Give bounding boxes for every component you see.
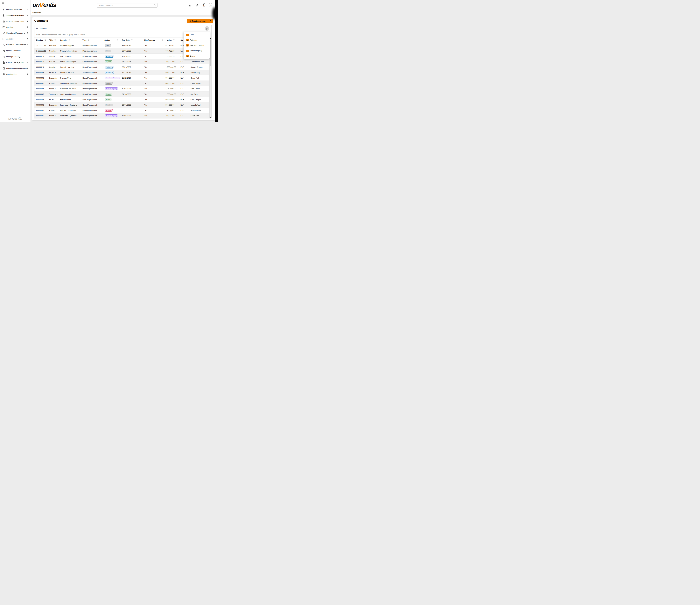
sidebar-item-master-data-management[interactable]: Master data management: [0, 66, 30, 71]
column-header-type[interactable]: Type: [82, 38, 104, 43]
filter-icon[interactable]: [88, 39, 90, 41]
search-icon[interactable]: [154, 4, 156, 6]
cell-manager: Isabella Teal: [191, 102, 210, 108]
cell-number: X-00000011: [34, 48, 49, 54]
breadcrumb[interactable]: Contracts: [32, 11, 41, 14]
table-row[interactable]: 00000001 Lease A… Elemental Dynamics Ren…: [34, 113, 211, 119]
table-row[interactable]: 00000011 Service… Vertex Technologies St…: [34, 59, 211, 65]
checkbox-checked-icon[interactable]: [186, 55, 189, 57]
cell-has-renewal: Yes: [144, 86, 165, 92]
filter-menu-item[interactable]: Signed: [183, 53, 209, 59]
filter-icon[interactable]: [117, 39, 118, 41]
cell-has-renewal: Yes: [144, 75, 165, 81]
cell-title: Supply…: [49, 65, 60, 70]
checkbox-checked-icon[interactable]: [186, 33, 189, 36]
sidebar-item-label: Customer Administration: [6, 44, 26, 46]
checkbox-checked-icon[interactable]: [186, 44, 189, 47]
bell-icon[interactable]: [195, 3, 199, 7]
table-row[interactable]: 00000002 Rental C… Horizon Enterprises R…: [34, 108, 211, 113]
sidebar-item-customer-administration[interactable]: Customer Administration: [0, 42, 30, 48]
sidebar-item-operational-purchasing[interactable]: Operational Purchasing: [0, 30, 30, 36]
cell-end-date: 20/07/2026: [122, 102, 144, 108]
bee-icon: [2, 8, 5, 11]
column-settings-button[interactable]: [205, 26, 209, 31]
scroll-down-button[interactable]: [209, 116, 211, 118]
sidebar-item-strategic-procurement[interactable]: Strategic procurement: [0, 18, 30, 24]
cell-number: 00000001: [34, 113, 49, 119]
cell-title: Shippin…: [49, 54, 60, 59]
sidebar-item-contract-management[interactable]: § Contract Management: [0, 59, 30, 66]
cell-number: 00000010: [34, 65, 49, 70]
create-contract-label: Create contract: [192, 20, 205, 22]
cell-manager: Samantha Green: [191, 59, 210, 65]
column-header-value[interactable]: Value: [165, 38, 180, 43]
cell-value: 999,999.99: [165, 97, 180, 102]
checkbox-checked-icon[interactable]: [186, 39, 189, 41]
filter-menu-item[interactable]: Authoring: [183, 38, 209, 43]
chevron-right-icon: [27, 73, 28, 75]
table-row[interactable]: 00000005 Tenancy… Apex Manufacturing Ren…: [34, 92, 211, 97]
table-row[interactable]: 00000009 Lease A… Pinnacle Systems State…: [34, 70, 211, 75]
cell-supplier: NexGen Supplies: [60, 43, 82, 48]
status-badge: Authoring: [105, 55, 114, 57]
cell-title: Lease A…: [49, 70, 60, 75]
create-contract-button[interactable]: Create contract: [187, 19, 213, 23]
sidebar-item-supplier-management[interactable]: Supplier management: [0, 13, 30, 18]
search-input[interactable]: [97, 4, 154, 6]
chevron-right-icon: [27, 32, 28, 34]
handshake-document-icon: [2, 20, 5, 23]
column-header-title[interactable]: Title: [49, 38, 60, 43]
grid-toolbar: 68 Contracts: [34, 25, 211, 32]
cart-icon: [2, 32, 5, 34]
onventis-logo: onventis: [32, 0, 56, 9]
sidebar-item-configuration[interactable]: Configuration: [0, 71, 30, 77]
cell-currency: EUR: [180, 108, 191, 113]
column-header-number[interactable]: Number: [34, 38, 49, 43]
vertical-scrollbar[interactable]: [209, 38, 211, 118]
column-header-supplier[interactable]: Supplier: [60, 38, 82, 43]
sidebar-item-catalogs[interactable]: Catalogs: [0, 24, 30, 30]
cart-icon[interactable]: [189, 3, 192, 7]
table-row[interactable]: 00000007 Rental C… Vanguard Resources Re…: [34, 81, 211, 86]
sidebar-item-onventis-assistbee[interactable]: Onventis AssistBee: [0, 6, 30, 13]
cell-title: Rental C…: [49, 108, 60, 113]
filter-icon[interactable]: [173, 39, 175, 41]
avatar[interactable]: CM: [209, 3, 212, 7]
table-row[interactable]: 00000003 Lease A… Innovatech Solutions R…: [34, 102, 211, 108]
sidebar-item-analytics[interactable]: Analytics: [0, 36, 30, 42]
column-header-has-renewal[interactable]: Has Renewal: [144, 38, 165, 43]
filter-menu-item[interactable]: Ready for Signing: [183, 43, 209, 48]
create-contract-main[interactable]: Create contract: [187, 19, 208, 23]
table-row[interactable]: 00000010 Supply… Summit Logistics Rental…: [34, 65, 211, 70]
cell-title: Lease A…: [49, 102, 60, 108]
status-badge: Draft: [105, 44, 111, 47]
filter-icon[interactable]: [54, 39, 56, 41]
table-row[interactable]: 00000008 Lease A… Synergy Corp Rental Ag…: [34, 75, 211, 81]
sidebar-item-quotes-auctions[interactable]: Quotes & Auctions: [0, 48, 30, 54]
cell-number: 00000007: [34, 81, 49, 86]
cell-type: Rental Agreement: [82, 75, 104, 81]
help-icon[interactable]: ?: [202, 3, 205, 7]
create-contract-dropdown-toggle[interactable]: [208, 19, 213, 23]
filter-menu-item[interactable]: Draft: [183, 32, 209, 38]
filter-icon[interactable]: [69, 39, 70, 41]
cell-number: 00000009: [34, 70, 49, 75]
cell-type: Rental Agreement: [82, 102, 104, 108]
table-row[interactable]: 00000006 Lease A… Crestview Industries R…: [34, 86, 211, 92]
checkbox-checked-icon[interactable]: [186, 50, 189, 52]
app-screen: Onventis AssistBee Supplier management S…: [0, 0, 218, 122]
column-header-end-date[interactable]: End Date: [122, 38, 144, 43]
sidebar-item-order-processing[interactable]: Order processing: [0, 54, 30, 59]
scrollbar-thumb[interactable]: [210, 40, 211, 66]
cell-value: 1,250,000.00: [165, 86, 180, 92]
column-header-status[interactable]: Status: [104, 38, 122, 43]
filter-icon[interactable]: [131, 39, 133, 41]
sidebar-item-label: Contract Management: [6, 62, 24, 64]
filter-icon[interactable]: [44, 39, 46, 41]
filter-menu-item[interactable]: Manual Signing: [183, 48, 209, 53]
status-badge: Inactive: [105, 104, 113, 106]
table-row[interactable]: 00000004 Lease C… Fusion Works Rental Ag…: [34, 97, 211, 102]
hamburger-menu-icon[interactable]: [2, 2, 4, 4]
filter-icon[interactable]: [161, 39, 163, 41]
scroll-up-button[interactable]: [209, 38, 211, 39]
